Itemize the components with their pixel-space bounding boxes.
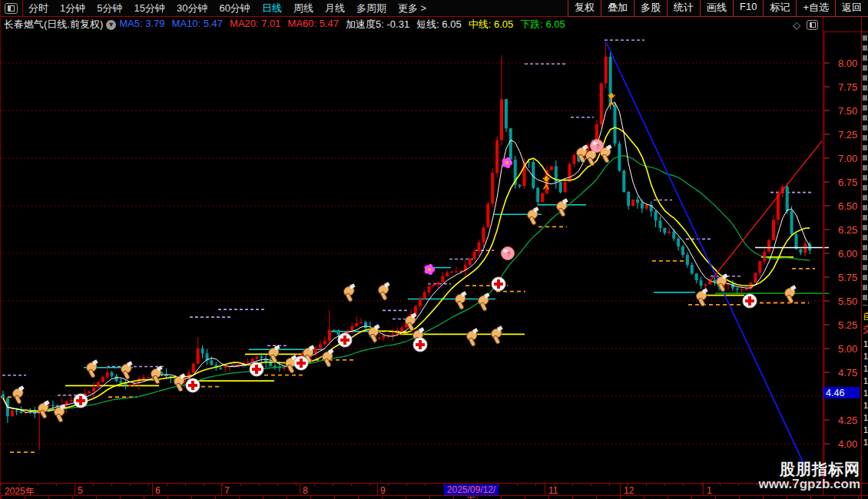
chevron-down-icon[interactable]: ▼: [106, 20, 116, 30]
time-label-1: 5: [78, 485, 83, 496]
price-tick-label: 7.00: [838, 153, 857, 164]
diamond-icon[interactable]: ◇: [793, 19, 800, 31]
watermark-site-name: 股朋指标网: [758, 461, 860, 478]
month-separator: [221, 484, 222, 496]
stock-chart-app: ??8.007.757.507.257.006.756.506.256.005.…: [0, 0, 868, 499]
hand-marker-icon: [489, 326, 508, 345]
month-separator: [300, 484, 300, 496]
toolbar-button-5[interactable]: F10: [733, 0, 764, 17]
hand-marker-icon: [119, 361, 137, 380]
info-row: 长春燃气(日线.前复权) ▼ MA5: 3.79MA10: 5.47MA20: …: [1, 18, 868, 31]
menu-item-5[interactable]: 60分钟: [219, 2, 250, 15]
ball-marker-icon: ?: [591, 140, 604, 153]
price-tick-label: 7.75: [838, 81, 857, 93]
flower-marker-icon: [425, 264, 436, 275]
svg-text:?: ?: [506, 250, 510, 258]
menu-item-0[interactable]: 分时: [28, 2, 48, 15]
menu-item-2[interactable]: 5分钟: [97, 2, 122, 15]
hand-marker-icon: [453, 291, 472, 310]
price-tick-label: 6.75: [838, 177, 857, 188]
stock-name: 长春燃气(日线.前复权): [4, 18, 103, 31]
price-tick-label: 4.75: [838, 367, 857, 378]
toolbar-button-3[interactable]: 统计: [667, 0, 701, 17]
price-tick-label: 4.00: [838, 438, 857, 450]
month-separator: [152, 484, 153, 496]
axis-divider: [823, 17, 823, 496]
menu-item-9[interactable]: 多周期: [356, 2, 386, 15]
price-tick-label: 6.00: [838, 248, 857, 259]
month-separator: [75, 484, 75, 496]
toolbar-button-6[interactable]: 标记: [763, 0, 797, 17]
toolbar-button-7[interactable]: +自选: [796, 0, 836, 17]
price-tick-label: 8.00: [838, 58, 857, 69]
cross-marker-icon: [492, 277, 505, 291]
candlestick-chart-canvas[interactable]: ??8.007.757.507.257.006.756.506.256.005.…: [1, 0, 868, 499]
indicator-value-4: 加速度5: -0.31: [346, 18, 409, 31]
menu-item-7[interactable]: 周线: [293, 2, 313, 15]
price-tick-label: 5.50: [838, 296, 857, 307]
hand-marker-icon: [84, 359, 103, 378]
time-label-8: 1: [707, 485, 712, 496]
svg-text:?: ?: [595, 143, 599, 150]
menu-item-10[interactable]: 更多 >: [398, 2, 426, 15]
month-separator: [377, 484, 378, 496]
cyan-segments: [84, 205, 695, 368]
cross-marker-icon: [186, 378, 200, 392]
hand-marker-icon: [11, 385, 29, 405]
last-price-label: 4.46: [826, 388, 844, 398]
price-tick-label: 5.25: [838, 319, 857, 331]
toolbar-button-4[interactable]: 画线: [700, 0, 734, 17]
time-axis[interactable]: 2025年56789111212025/09/12/五: [1, 483, 868, 496]
menu-item-1[interactable]: 1分钟: [60, 2, 85, 15]
price-tick-label: 5.75: [838, 272, 857, 283]
divider: [22, 0, 23, 17]
price-tick-label: 6.50: [838, 200, 857, 212]
indicator-value-1: MA10: 5.47: [172, 18, 224, 31]
orange-segments: [1, 226, 815, 452]
month-separator: [703, 484, 704, 496]
toolbar-buttons: 复权叠加多股统计画线F10标记+自选返回: [568, 0, 868, 17]
month-separator: [620, 484, 621, 496]
clipped-side-panel[interactable]: 自 交 111111111: [863, 17, 868, 499]
hand-marker-icon: [783, 285, 801, 304]
indicator-values: MA5: 3.79MA10: 5.47MA20: 7.01MA60: 5.47加…: [119, 18, 571, 31]
week-ticks: [1, 484, 821, 486]
cross-marker-icon: [294, 356, 308, 370]
indicator-value-3: MA60: 5.47: [288, 18, 340, 31]
cross-marker-icon: [250, 362, 263, 376]
indicator-value-0: MA5: 3.79: [119, 18, 164, 31]
price-tick-label: 4.25: [838, 415, 857, 426]
toolbar-button-0[interactable]: 复权: [568, 0, 601, 17]
watermark: 股朋指标网 www.7gpzb.com: [758, 461, 860, 492]
price-tick-label: 7.25: [838, 129, 857, 140]
signal-markers: ??: [11, 94, 801, 423]
panel-toggle-icon[interactable]: [5, 3, 18, 14]
price-tick-label: 7.50: [838, 105, 857, 117]
time-label-2: 6: [155, 485, 161, 496]
time-label-3: 7: [224, 485, 230, 496]
indicator-value-6: 中线: 6.05: [469, 18, 514, 31]
menu-item-8[interactable]: 月线: [325, 2, 345, 15]
toolbar-button-8[interactable]: 返回: [835, 0, 868, 17]
ball-marker-icon: ?: [502, 247, 515, 260]
hand-marker-icon: [342, 283, 360, 302]
cross-marker-icon: [338, 333, 352, 347]
toolbar-button-1[interactable]: 叠加: [601, 0, 634, 17]
indicator-value-7: 下跌: 6.05: [520, 18, 565, 31]
hand-marker-icon: [376, 282, 395, 301]
menu-item-3[interactable]: 15分钟: [134, 2, 164, 15]
menu-item-6[interactable]: 日线: [262, 2, 282, 15]
indicator-value-5: 短线: 6.05: [416, 18, 462, 31]
hand-marker-icon: [476, 292, 495, 312]
indicator-value-2: MA20: 7.01: [230, 18, 281, 31]
panel-toggle-icon-small[interactable]: [807, 20, 818, 30]
clipped-ones-column: 111111111: [863, 338, 868, 448]
menubar: 分时1分钟5分钟15分钟30分钟60分钟日线周线月线多周期更多 > 复权叠加多股…: [1, 0, 868, 17]
month-separator: [545, 484, 545, 496]
price-tick-label: 6.25: [838, 224, 857, 236]
candles: [2, 42, 811, 451]
toolbar-button-2[interactable]: 多股: [634, 0, 668, 17]
purple-segments: [2, 40, 811, 395]
menu-item-4[interactable]: 30分钟: [177, 2, 207, 15]
clipped-glyphs: [863, 35, 867, 306]
